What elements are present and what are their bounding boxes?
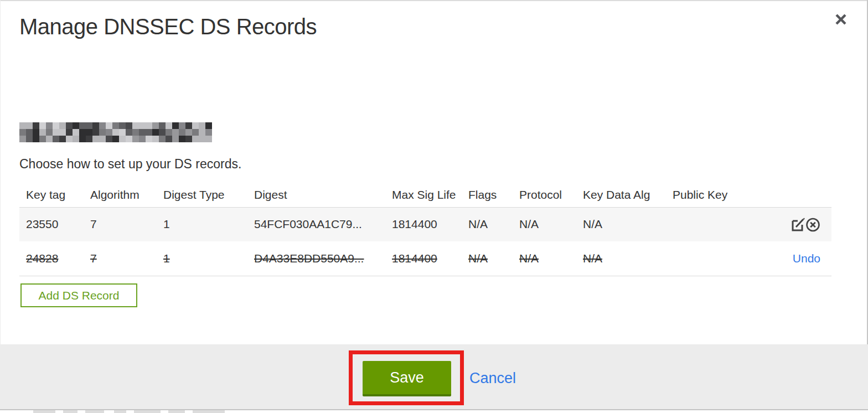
cell-digest: 54FCF030AA1C79... [247,207,385,241]
table-row: 23550 7 1 54FCF030AA1C79... 1814400 N/A … [19,207,831,241]
cell-key-tag: 23550 [19,207,84,241]
table-row-deleted: 24828 7 1 D4A33E8DD550A9... 1814400 N/A … [19,241,831,276]
edit-record-button[interactable] [790,217,805,232]
cell-protocol: N/A [513,207,576,241]
cell-key-tag: 24828 [19,241,84,276]
instruction-text: Choose how to set up your DS records. [19,157,241,172]
cell-max-sig-life: 1814400 [385,207,462,241]
cell-public-key [666,241,753,276]
cell-digest-type: 1 [157,241,247,276]
cell-algorithm: 7 [84,207,157,241]
ds-records-table: Key tag Algorithm Digest Type Digest Max… [19,183,831,276]
delete-record-button[interactable] [805,217,820,232]
page-title: Manage DNSSEC DS Records [19,14,317,39]
delete-circle-x-icon [805,221,820,234]
modal-footer: Save Cancel [0,344,868,409]
col-header-digest-type: Digest Type [157,183,247,207]
cell-digest-type: 1 [157,207,247,241]
save-button[interactable]: Save [363,361,451,396]
col-header-digest: Digest [247,183,385,207]
close-icon [834,12,848,29]
cell-digest: D4A33E8DD550A9... [247,241,385,276]
col-header-protocol: Protocol [513,183,576,207]
col-header-key-data-alg: Key Data Alg [576,183,666,207]
annotation-red-rectangle: Save [349,350,464,405]
cell-max-sig-life: 1814400 [385,241,462,276]
dnssec-modal-window: Manage DNSSEC DS Records Choose how to s… [0,0,868,413]
table-header-row: Key tag Algorithm Digest Type Digest Max… [19,183,831,207]
add-ds-record-button[interactable]: Add DS Record [20,283,137,307]
cell-key-data-alg: N/A [576,241,666,276]
col-header-key-tag: Key tag [19,183,84,207]
cell-flags: N/A [462,241,513,276]
cell-public-key [666,207,753,241]
cancel-link[interactable]: Cancel [469,370,516,387]
col-header-public-key: Public Key [666,183,753,207]
cell-algorithm: 7 [84,241,157,276]
cell-protocol: N/A [513,241,576,276]
col-header-max-sig-life: Max Sig Life [385,183,462,207]
col-header-algorithm: Algorithm [84,183,157,207]
col-header-flags: Flags [462,183,513,207]
redacted-domain [19,122,212,142]
close-button[interactable] [831,11,850,30]
window-edge-top [0,0,868,1]
page-under-modal [0,410,868,413]
edit-icon [790,221,805,234]
cell-key-data-alg: N/A [576,207,666,241]
undo-link[interactable]: Undo [793,252,820,265]
cell-flags: N/A [462,207,513,241]
row-actions [753,207,831,241]
col-header-actions [753,183,831,207]
